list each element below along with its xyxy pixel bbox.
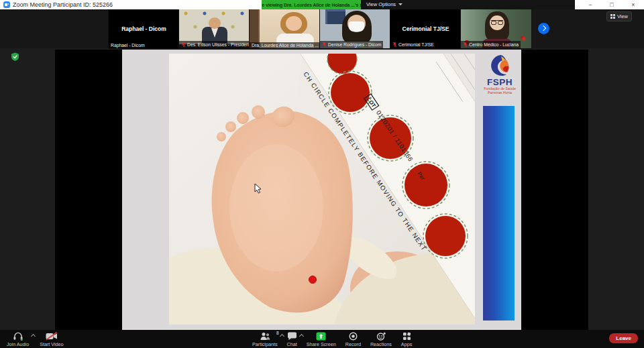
apps-label: Apps bbox=[401, 341, 412, 347]
video-tile-lourdes[interactable]: Dra. Lourdes Alice de Holanda ... bbox=[250, 9, 320, 48]
video-tile-centro-medico[interactable]: Centro Médico - Luciana bbox=[461, 9, 531, 48]
view-layout-button[interactable]: View bbox=[606, 11, 632, 21]
muted-mic-icon bbox=[181, 42, 186, 48]
join-audio-label: Join Audio bbox=[7, 341, 29, 347]
close-button[interactable]: × bbox=[623, 0, 644, 9]
participant-name: Denise Rodrigues - Dicom bbox=[328, 42, 381, 47]
presentation-slide: CH CIRCLE COMPLETELY BEFORE MOVING TO TH… bbox=[122, 50, 521, 330]
minimize-button[interactable]: − bbox=[580, 0, 601, 9]
tile-name-label: Dra. Lourdes Alice de Holanda ... bbox=[250, 42, 320, 48]
titlebar-dark-strip: View Options bbox=[361, 0, 575, 9]
start-video-button[interactable]: Start Video bbox=[40, 330, 63, 347]
share-screen-label: Share Screen bbox=[307, 341, 336, 347]
video-tile-denise[interactable]: Denise Rodrigues - Dicom bbox=[320, 9, 390, 48]
participant-name: Centro Médico - Luciana bbox=[469, 42, 519, 47]
view-options-button[interactable]: View Options bbox=[366, 1, 402, 7]
leave-button[interactable]: Leave bbox=[609, 333, 638, 343]
slide-blue-gradient-bar bbox=[483, 106, 515, 321]
video-off-icon bbox=[46, 332, 58, 341]
window-controls: − □ × bbox=[575, 0, 644, 9]
share-screen-icon bbox=[316, 332, 326, 341]
shared-screen-area: CH CIRCLE COMPLETELY BEFORE MOVING TO TH… bbox=[0, 48, 644, 330]
grid-icon bbox=[610, 14, 615, 19]
newborn-heel-prick-photo: CH CIRCLE COMPLETELY BEFORE MOVING TO TH… bbox=[169, 54, 475, 325]
fsph-tagline-line2: Parreiras Horta bbox=[480, 91, 519, 95]
tile-name-label: Raphael - Dicom bbox=[109, 42, 147, 48]
chat-button[interactable]: Chat bbox=[287, 330, 297, 347]
video-tile-raphael[interactable]: Raphael - Dicom Raphael - Dicom bbox=[109, 9, 179, 48]
title-bar: Zoom Meeting Participant ID: 525266 View… bbox=[0, 0, 644, 9]
fsph-logo-text: FSPH bbox=[480, 78, 519, 86]
security-shield-icon[interactable] bbox=[11, 52, 19, 61]
participants-icon bbox=[260, 332, 270, 341]
tile-name-label: Cerimonial TJ/SE bbox=[390, 41, 436, 48]
fsph-logo: FSPH Fundação de Saúde Parreiras Horta bbox=[480, 54, 519, 95]
join-audio-button[interactable]: Join Audio bbox=[7, 330, 29, 347]
tile-name-label: Centro Médico - Luciana bbox=[461, 41, 521, 48]
participant-name: Raphael - Dicom bbox=[111, 43, 145, 48]
fsph-logo-icon bbox=[487, 54, 513, 78]
muted-mic-icon bbox=[463, 42, 468, 48]
video-tile-edson[interactable]: Des. Edson Ulisses - Presiden... bbox=[179, 9, 250, 48]
zoom-app-icon bbox=[3, 1, 10, 8]
chevron-up-icon[interactable] bbox=[280, 334, 284, 339]
shared-screen-letterbox: CH CIRCLE COMPLETELY BEFORE MOVING TO TH… bbox=[55, 50, 588, 330]
window-title: Zoom Meeting Participant ID: 525266 bbox=[13, 1, 113, 8]
meeting-toolbar: Join Audio Start Video bbox=[0, 330, 644, 348]
headset-icon bbox=[13, 332, 23, 341]
record-button[interactable]: Record bbox=[345, 330, 361, 347]
participant-name: Dra. Lourdes Alice de Holanda ... bbox=[252, 43, 319, 48]
record-icon bbox=[349, 332, 358, 341]
record-label: Record bbox=[345, 341, 361, 347]
next-videos-button[interactable] bbox=[538, 23, 549, 34]
muted-mic-icon bbox=[322, 42, 327, 48]
apps-icon bbox=[402, 332, 411, 341]
participants-label: Participants bbox=[252, 341, 278, 347]
video-strip: Raphael - Dicom Raphael - Dicom Des. Eds… bbox=[0, 9, 644, 48]
chevron-right-icon bbox=[541, 25, 546, 31]
chevron-down-icon bbox=[398, 3, 402, 5]
tile-name-label: Denise Rodrigues - Dicom bbox=[320, 41, 383, 48]
reactions-icon bbox=[376, 332, 386, 341]
maximize-button[interactable]: □ bbox=[601, 0, 623, 9]
chevron-up-icon[interactable] bbox=[31, 334, 36, 339]
share-screen-button[interactable]: Share Screen bbox=[307, 330, 336, 347]
zoom-meeting-window: Zoom Meeting Participant ID: 525266 View… bbox=[0, 0, 644, 348]
reactions-label: Reactions bbox=[370, 341, 392, 347]
participants-count-badge: 8 bbox=[276, 331, 279, 335]
participants-button[interactable]: 8 Participants bbox=[252, 330, 278, 347]
start-video-label: Start Video bbox=[40, 341, 63, 347]
tile-name-label: Des. Edson Ulisses - Presiden... bbox=[179, 41, 250, 48]
chat-label: Chat bbox=[287, 341, 297, 347]
reactions-button[interactable]: Reactions bbox=[370, 330, 392, 347]
apps-button[interactable]: Apps bbox=[401, 330, 412, 347]
view-options-label: View Options bbox=[366, 1, 396, 7]
chat-bubble-icon bbox=[287, 332, 297, 341]
muted-mic-icon bbox=[392, 42, 397, 48]
video-tile-cerimonial[interactable]: Cerimonial TJ/SE Cerimonial TJ/SE bbox=[390, 9, 461, 48]
chevron-up-icon[interactable] bbox=[299, 334, 304, 339]
participant-name: Des. Edson Ulisses - Presiden... bbox=[187, 42, 250, 47]
screen-share-banner: You are viewing Dra. Lourdes Alice de Ho… bbox=[262, 0, 361, 9]
view-button-label: View bbox=[617, 13, 628, 19]
participant-name: Cerimonial TJ/SE bbox=[398, 42, 434, 47]
